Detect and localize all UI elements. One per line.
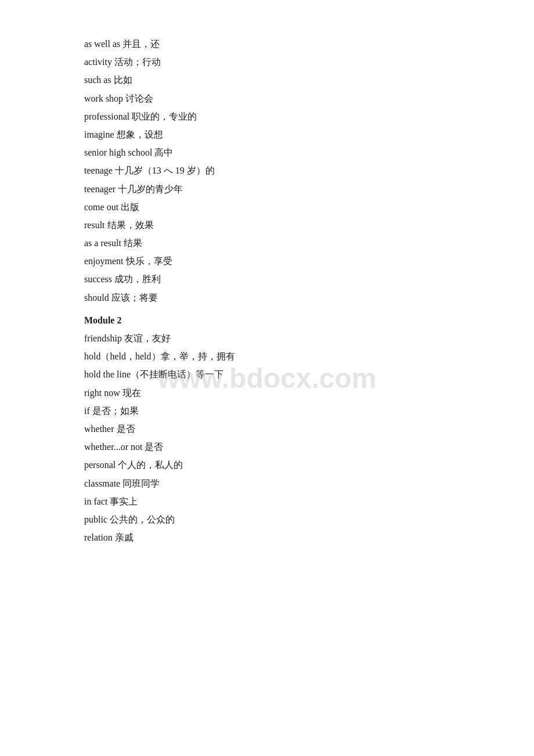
vocab-item-friendship: friendship 友谊，友好 [84,329,450,347]
vocab-item-module-2: Module 2 [84,311,450,329]
vocab-item-hold: hold（held，held）拿，举，持，拥有 [84,347,450,365]
vocab-item-whether: whether 是否 [84,420,450,438]
vocab-item-hold-the-line: hold the line（不挂断电话）等一下 [84,365,450,383]
vocab-item-result: result 结果，效果 [84,216,450,234]
vocab-item-as-well-as: as well as 并且，还 [84,35,450,53]
vocab-item-public: public 公共的，公众的 [84,510,450,528]
vocab-item-success: success 成功，胜利 [84,270,450,288]
vocab-item-such-as: such as 比如 [84,71,450,89]
vocab-item-whether-or-not: whether...or not 是否 [84,438,450,456]
vocab-item-personal: personal 个人的，私人的 [84,456,450,474]
vocab-item-if: if 是否；如果 [84,402,450,420]
vocab-item-as-a-result: as a result 结果 [84,234,450,252]
vocab-item-classmate: classmate 同班同学 [84,474,450,492]
vocab-item-activity: activity 活动；行动 [84,53,450,71]
vocab-item-imagine: imagine 想象，设想 [84,125,450,143]
vocab-item-right-now: right now 现在 [84,384,450,402]
vocab-item-teenage: teenage 十几岁（13 へ 19 岁）的 [84,161,450,179]
vocab-item-in-fact: in fact 事实上 [84,492,450,510]
vocab-item-teenager: teenager 十几岁的青少年 [84,180,450,198]
vocab-item-come-out: come out 出版 [84,198,450,216]
vocab-item-professional: professional 职业的，专业的 [84,107,450,125]
vocab-item-relation: relation 亲戚 [84,528,450,546]
vocab-item-should: should 应该；将要 [84,289,450,307]
vocabulary-list: as well as 并且，还activity 活动；行动such as 比如w… [84,35,450,546]
vocab-item-senior-high-school: senior high school 高中 [84,143,450,161]
vocab-item-enjoyment: enjoyment 快乐，享受 [84,252,450,270]
vocab-item-work-shop: work shop 讨论会 [84,89,450,107]
